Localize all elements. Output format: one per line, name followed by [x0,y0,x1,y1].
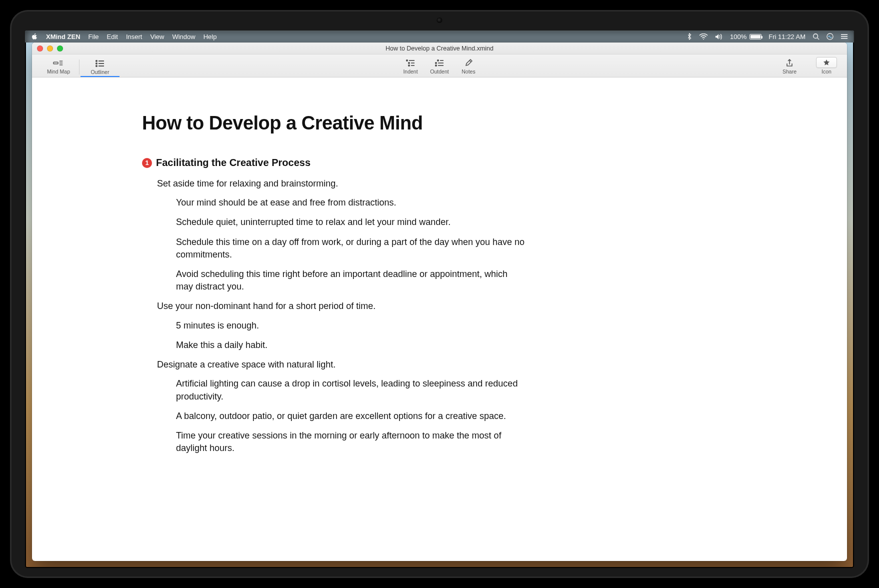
svg-point-5 [96,63,97,64]
apple-icon[interactable] [31,33,38,40]
menu-edit[interactable]: Edit [107,33,118,40]
section-heading-text: Facilitating the Creative Process [156,157,310,168]
outliner-label: Outliner [91,69,110,75]
toolbar-separator [79,60,80,74]
outline-item[interactable]: Schedule quiet, uninterrupted time to re… [176,216,526,228]
outdent-icon [435,58,444,68]
mindmap-label: Mind Map [47,68,70,74]
outline-item[interactable]: Make this a daily habit. [176,339,526,352]
mindmap-icon [53,58,64,68]
menu-help[interactable]: Help [204,33,217,40]
svg-point-10 [438,60,438,61]
outdent-label: Outdent [430,68,448,74]
desktop: XMind ZEN File Edit Insert View Window H… [25,30,854,568]
outliner-tab[interactable]: Outliner [80,58,120,77]
outliner-icon [96,58,104,68]
indent-button[interactable]: Indent [396,58,425,76]
share-label: Share [782,68,796,74]
svg-point-11 [436,62,436,64]
svg-point-7 [406,60,408,61]
zoom-button[interactable] [57,46,63,52]
siri-icon[interactable] [826,33,834,40]
icon-button[interactable]: Icon [813,57,840,76]
mindmap-tab[interactable]: Mind Map [39,58,78,76]
menu-insert[interactable]: Insert [126,33,142,40]
outline-item[interactable]: Artificial lighting can cause a drop in … [176,378,526,402]
star-icon [816,57,837,68]
outline-item[interactable]: A balcony, outdoor patio, or quiet garde… [176,410,526,422]
outdent-button[interactable]: Outdent [425,58,454,76]
section-heading[interactable]: 1 Facilitating the Creative Process [142,157,737,168]
svg-point-1 [814,34,818,38]
window-controls [37,46,63,52]
wifi-icon[interactable] [699,34,708,40]
svg-point-8 [408,62,410,64]
battery-percent: 100% [730,33,746,40]
battery-icon [750,34,762,40]
outline-item[interactable]: Use your non-dominant hand for a short p… [157,300,737,312]
outline-item[interactable]: Designate a creative space with natural … [157,358,737,370]
outline-item[interactable]: Schedule this time on a day off from wor… [176,236,526,261]
notes-button[interactable]: Notes [454,58,483,76]
outline-item[interactable]: Avoid scheduling this time right before … [176,268,526,293]
svg-point-12 [436,65,436,66]
outline-item[interactable]: Your mind should be at ease and free fro… [176,196,526,209]
notes-icon [464,58,472,68]
share-icon [786,58,793,68]
svg-point-9 [408,65,410,66]
outline-body: Set aside time for relaxing and brainsto… [142,178,737,454]
menubar-app-name[interactable]: XMind ZEN [46,33,80,40]
battery-status[interactable]: 100% [730,33,762,40]
laptop-frame: XMind ZEN File Edit Insert View Window H… [10,10,869,578]
document-title[interactable]: How to Develop a Creative Mind [142,112,737,134]
window-titlebar[interactable]: How to Develop a Creative Mind.xmind [32,42,847,54]
icon-label: Icon [822,68,832,74]
svg-rect-3 [54,62,58,64]
window-title: How to Develop a Creative Mind.xmind [386,45,494,52]
mac-menubar: XMind ZEN File Edit Insert View Window H… [25,30,854,42]
share-button[interactable]: Share [770,58,809,76]
spotlight-icon[interactable] [812,33,820,40]
volume-icon[interactable] [715,34,723,40]
notes-label: Notes [462,68,475,74]
document-scroll[interactable]: How to Develop a Creative Mind 1 Facilit… [32,78,847,561]
notification-center-icon[interactable] [840,34,848,40]
svg-point-4 [96,60,97,62]
indent-icon [406,58,415,68]
outline-item[interactable]: 5 minutes is enough. [176,320,526,332]
menubar-clock[interactable]: Fri 11:22 AM [768,33,806,40]
app-window: How to Develop a Creative Mind.xmind Min… [32,42,847,561]
document: How to Develop a Creative Mind 1 Facilit… [32,78,847,492]
indent-label: Indent [403,68,418,74]
toolbar: Mind Map Outliner In [32,54,847,78]
menu-window[interactable]: Window [172,33,195,40]
close-button[interactable] [37,46,43,52]
bluetooth-icon[interactable] [687,33,692,40]
minimize-button[interactable] [47,46,53,52]
svg-point-0 [703,38,704,40]
priority-1-icon: 1 [142,158,152,168]
menu-file[interactable]: File [88,33,99,40]
outline-item[interactable]: Set aside time for relaxing and brainsto… [157,178,737,190]
svg-point-6 [96,66,97,66]
outline-item[interactable]: Time your creative sessions in the morni… [176,430,526,454]
camera-icon [438,18,442,22]
menu-view[interactable]: View [150,33,164,40]
